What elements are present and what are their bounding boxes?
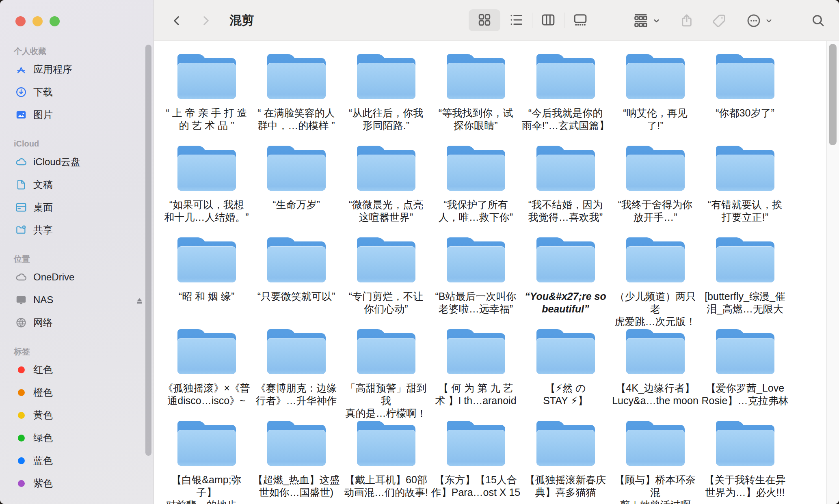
sidebar-item-tag-blue[interactable]: 蓝色 <box>0 449 154 472</box>
folder-icon <box>266 419 327 467</box>
folder-item[interactable]: “从此往后，你我 形同陌路.” <box>341 52 431 144</box>
search-button[interactable] <box>807 10 830 31</box>
close-button[interactable] <box>15 16 26 26</box>
sidebar-item-label: 应用程序 <box>33 63 72 76</box>
folder-item[interactable]: 《赛博朋克：边缘 行者》…升华神作 <box>251 327 341 419</box>
folder-icon <box>176 144 237 192</box>
scrollbar-track[interactable] <box>826 41 839 504</box>
more-button[interactable] <box>738 10 780 31</box>
folder-item[interactable]: 「高甜预警」甜到我 真的是…柠檬啊！ <box>341 327 431 419</box>
tag-color-dot <box>15 431 28 444</box>
column-view-button[interactable] <box>532 9 564 31</box>
sidebar-item-tag-green[interactable]: 绿色 <box>0 426 154 449</box>
share-button[interactable] <box>675 10 698 31</box>
desktop-icon <box>15 201 28 214</box>
folder-icon <box>535 327 596 375</box>
chevron-down-icon <box>653 17 660 24</box>
chevron-left-icon <box>171 15 183 27</box>
sidebar-item-tag-orange[interactable]: 橙色 <box>0 381 154 404</box>
sidebar-item-downloads[interactable]: 下载 <box>0 81 154 103</box>
folder-icon <box>625 419 686 467</box>
folder-item[interactable]: “昭 和 姻 缘” <box>162 236 251 327</box>
folder-item[interactable]: “我保护了所有 人，唯…救下你” <box>431 144 521 236</box>
folder-item[interactable]: [butterfly_综漫_催 泪_高燃…无限大 <box>700 236 790 327</box>
icon-view-button[interactable] <box>469 9 500 31</box>
folder-item[interactable]: “有错就要认，挨 打要立正!” <box>700 144 790 236</box>
folder-icon <box>715 236 776 284</box>
folder-label: “生命万岁” <box>251 198 341 211</box>
folder-item[interactable]: “呐艾伦，再见 了!” <box>610 52 700 144</box>
folder-item[interactable]: “等我找到你，试 探你眼睛” <box>431 52 521 144</box>
folder-item[interactable]: “我终于舍得为你 放开手…” <box>610 144 700 236</box>
folder-item[interactable]: “今后我就是你的 雨伞!”…玄武国篇】 <box>521 52 610 144</box>
document-icon <box>15 178 28 191</box>
folder-item[interactable]: 【超燃_热血】这盛 世如你…国盛世) <box>251 419 341 504</box>
sidebar-section-header: 个人收藏 <box>0 44 154 58</box>
folder-item[interactable]: 【⚡然 の STAY ⚡】 <box>521 327 610 419</box>
folder-icon <box>176 419 237 467</box>
folder-view: “ 上 帝 亲 手 打 造 的 艺 术 品 ”“ 在满脸笑容的人 群中，…的模样… <box>154 41 839 504</box>
sidebar-item-desktop[interactable]: 桌面 <box>0 196 154 219</box>
folder-item[interactable]: 【戴上耳机】60部 动画混…们的故事! <box>341 419 431 504</box>
folder-item[interactable]: 【顾与】桥本环奈混 剪｜她曾活过啊 <box>610 419 700 504</box>
folder-icon <box>356 419 417 467</box>
folder-item[interactable]: 【关于我转生在异 世界为…】必火!!! <box>700 419 790 504</box>
display-icon <box>15 293 28 306</box>
sidebar-item-documents[interactable]: 文稿 <box>0 173 154 196</box>
sidebar-item-applications[interactable]: 应用程序 <box>0 58 154 81</box>
folder-icon <box>356 52 417 100</box>
folder-item[interactable]: 《孤独摇滚》×《普 通disco…isco》~ <box>162 327 251 419</box>
folder-item[interactable]: “微微晨光，点亮 这喧嚣世界” <box>341 144 431 236</box>
group-button[interactable] <box>625 10 667 31</box>
folder-item[interactable]: 【东方】【15人合 作】Para…ost X 15 <box>431 419 521 504</box>
gallery-view-button[interactable] <box>564 9 596 31</box>
chevron-right-icon <box>199 15 212 27</box>
folder-item[interactable]: “ 在满脸笑容的人 群中，…的模样 ” <box>251 52 341 144</box>
sidebar-item-shared[interactable]: 共享 <box>0 219 154 241</box>
sidebar-item-tag-red[interactable]: 红色 <box>0 358 154 381</box>
sidebar-item-pictures[interactable]: 图片 <box>0 103 154 126</box>
sidebar-sections: 个人收藏应用程序下载图片iCloudiCloud云盘文稿桌面共享位置OneDri… <box>0 44 154 495</box>
folder-item[interactable]: 【白银&amp;弥子】 对前辈…的地步。 <box>162 419 251 504</box>
folder-item[interactable]: “你都30岁了” <box>700 52 790 144</box>
forward-button[interactable] <box>195 10 216 31</box>
list-view-button[interactable] <box>500 9 532 31</box>
folder-item[interactable]: “B站最后一次叫你 老婆啦…远幸福” <box>431 236 521 327</box>
sidebar-section: iCloudiCloud云盘文稿桌面共享 <box>0 137 154 241</box>
folder-item[interactable]: 【孤独摇滚新春庆 典】喜多猫猫 <box>521 419 610 504</box>
search-icon <box>811 13 826 28</box>
folder-label: 【戴上耳机】60部 动画混…们的故事! <box>341 474 431 499</box>
folder-item[interactable]: “专门剪烂，不让 你们心动” <box>341 236 431 327</box>
sidebar-item-tag-purple[interactable]: 紫色 <box>0 472 154 495</box>
folder-item[interactable]: 【4K_边缘行者】 Lucy&a…the moon <box>610 327 700 419</box>
folder-item[interactable]: “生命万岁” <box>251 144 341 236</box>
folder-label: “呐艾伦，再见 了!” <box>610 107 700 132</box>
folder-item[interactable]: 【爱你罗茜_Love Rosie】…克拉弗林 <box>700 327 790 419</box>
scrollbar-thumb[interactable] <box>829 44 837 145</box>
folder-icon <box>715 52 776 100</box>
folder-item[interactable]: “You&#x27;re so beautiful” <box>521 236 610 327</box>
folder-item[interactable]: （少儿频道）两只老 虎爱跳…次元版！ <box>610 236 700 327</box>
minimize-button[interactable] <box>32 16 43 26</box>
sidebar-item-tag-yellow[interactable]: 黄色 <box>0 404 154 426</box>
folder-item[interactable]: “如果可以，我想 和十几…人结婚。” <box>162 144 251 236</box>
folder-item[interactable]: “只要微笑就可以” <box>251 236 341 327</box>
folder-icon <box>266 327 327 375</box>
back-button[interactable] <box>166 10 188 31</box>
shared-folder-icon <box>15 224 28 237</box>
folder-label: “我终于舍得为你 放开手…” <box>610 198 700 224</box>
folder-item[interactable]: “ 上 帝 亲 手 打 造 的 艺 术 品 ” <box>162 52 251 144</box>
sidebar-item-onedrive[interactable]: OneDrive <box>0 266 154 289</box>
zoom-button[interactable] <box>50 16 60 26</box>
appstore-icon <box>15 63 28 76</box>
sidebar-scrollbar[interactable] <box>145 45 151 456</box>
sidebar-item-icloud-drive[interactable]: iCloud云盘 <box>0 151 154 173</box>
sidebar-item-nas[interactable]: NAS <box>0 289 154 311</box>
folder-label: 【⚡然 の STAY ⚡】 <box>521 382 610 407</box>
tags-button[interactable] <box>708 10 731 31</box>
folder-label: 【超燃_热血】这盛 世如你…国盛世) <box>251 474 341 499</box>
folder-item[interactable]: “我不结婚，因为 我觉得…喜欢我” <box>521 144 610 236</box>
folder-item[interactable]: 【 何 为 第 九 艺 术 】I th…aranoid <box>431 327 521 419</box>
sidebar-item-network[interactable]: 网络 <box>0 311 154 334</box>
eject-icon[interactable] <box>134 295 145 305</box>
